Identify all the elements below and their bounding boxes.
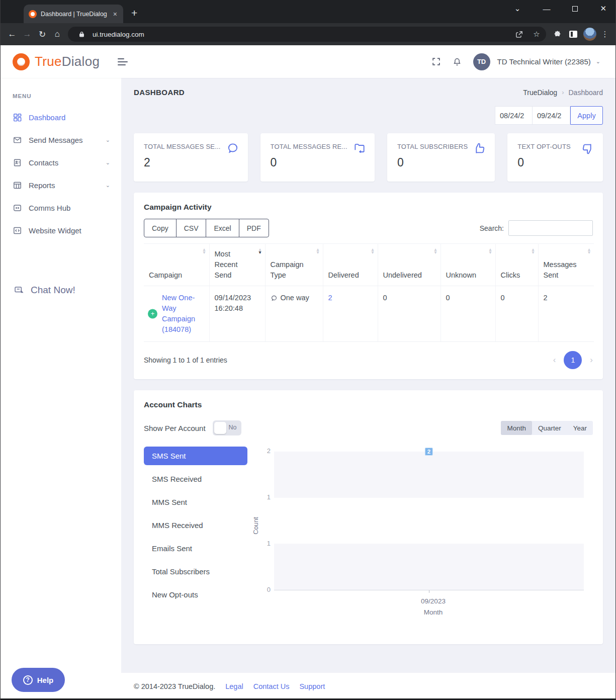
logo-text-dialog: Dialog <box>62 54 100 69</box>
sidebar-item-label: Send Messages <box>29 136 83 144</box>
column-header-clicks[interactable]: Clicks▴▾ <box>495 244 538 286</box>
column-header-undelivered[interactable]: Undelivered▴▾ <box>378 244 441 286</box>
truedialog-logo[interactable]: TrueDialog <box>13 53 100 70</box>
extensions-puzzle-icon[interactable] <box>549 30 565 39</box>
notifications-bell-icon[interactable] <box>452 57 462 67</box>
date-from-input[interactable] <box>495 106 533 125</box>
sidebar-item-dashboard[interactable]: Dashboard <box>1 106 121 129</box>
user-name[interactable]: TD Technical Writer (22385) <box>497 57 591 66</box>
column-header-most-recent-send[interactable]: Most Recent Send▴▾ <box>209 244 265 286</box>
contact-us-link[interactable]: Contact Us <box>253 682 290 690</box>
home-icon[interactable]: ⌂ <box>50 29 65 39</box>
series-button-mms-received[interactable]: MMS Received <box>144 516 247 535</box>
x-tick-mark <box>429 590 429 593</box>
tab-year[interactable]: Year <box>567 421 593 435</box>
sidebar-item-reports[interactable]: Reports ⌄ <box>1 174 121 197</box>
share-icon[interactable] <box>512 30 525 39</box>
browser-profile-avatar[interactable] <box>583 28 596 41</box>
help-button[interactable]: ? Help <box>12 668 65 692</box>
back-icon[interactable]: ← <box>5 29 20 39</box>
pagination-prev-icon[interactable]: ‹ <box>553 355 556 365</box>
data-point-label[interactable]: 2 <box>425 448 433 456</box>
search-input[interactable] <box>508 220 593 236</box>
contacts-card-icon <box>13 158 22 167</box>
show-per-account-label: Show Per Account <box>144 424 206 432</box>
breadcrumb-root[interactable]: TrueDialog <box>523 89 557 97</box>
fullscreen-icon[interactable] <box>431 57 441 66</box>
account-charts-panel: Account Charts Show Per Account No Month… <box>134 390 603 644</box>
column-header-messages-sent[interactable]: Messages Sent▴▾ <box>538 244 594 286</box>
window-minimize-button[interactable]: — <box>543 5 550 13</box>
browser-tab[interactable]: Dashboard | TrueDialog × <box>24 5 123 23</box>
pdf-button[interactable]: PDF <box>239 219 269 237</box>
window-maximize-button[interactable] <box>572 6 578 12</box>
chat-bubble-icon <box>14 285 24 296</box>
main-content: DASHBOARD TrueDialog › Dashboard Apply T… <box>121 78 615 700</box>
delivered-count-link[interactable]: 2 <box>328 294 332 302</box>
window-menu-chevron-icon[interactable]: ⌄ <box>514 4 521 13</box>
sidebar-item-website-widget[interactable]: Website Widget <box>1 219 121 242</box>
breadcrumb-current: Dashboard <box>569 89 603 97</box>
expand-row-plus-icon[interactable]: + <box>148 309 157 319</box>
sidebar-item-label: Dashboard <box>29 113 65 122</box>
csv-button[interactable]: CSV <box>176 219 207 237</box>
show-per-account-toggle[interactable]: No <box>213 420 241 435</box>
forward-icon[interactable]: → <box>20 29 35 39</box>
campaign-link[interactable]: New One-Way Campaign (184078) <box>162 293 200 335</box>
stat-card-total-messages-sent: TOTAL MESSAGES SE... 2 <box>134 133 248 182</box>
user-avatar[interactable]: TD <box>473 53 490 70</box>
url-text[interactable]: ui.truedialog.com <box>93 31 508 38</box>
sort-icon: ▴▾ <box>316 248 319 254</box>
stat-value: 0 <box>397 156 485 169</box>
cell-campaign: + New One-Way Campaign (184078) <box>144 286 209 342</box>
series-button-sms-received[interactable]: SMS Received <box>144 470 247 488</box>
copy-button[interactable]: Copy <box>144 219 177 237</box>
cell-undelivered: 0 <box>378 286 441 342</box>
date-to-input[interactable] <box>533 106 570 125</box>
series-button-emails-sent[interactable]: Emails Sent <box>144 539 247 558</box>
tab-month[interactable]: Month <box>501 421 532 435</box>
sidebar-item-contacts[interactable]: Contacts ⌄ <box>1 151 121 174</box>
dashboard-grid-icon <box>13 113 22 122</box>
column-header-campaign-type[interactable]: Campaign Type▴▾ <box>265 244 323 286</box>
series-button-mms-sent[interactable]: MMS Sent <box>144 493 247 511</box>
user-menu-chevron-icon[interactable]: ⌄ <box>596 58 600 65</box>
address-bar[interactable]: ui.truedialog.com ☆ <box>68 27 546 42</box>
chat-now-button[interactable]: Chat Now! <box>14 285 121 296</box>
series-button-sms-sent[interactable]: SMS Sent <box>144 447 247 465</box>
pagination-next-icon[interactable]: › <box>590 355 593 365</box>
sidebar-item-label: Website Widget <box>29 226 81 235</box>
series-button-total-subscribers[interactable]: Total Subscribers <box>144 562 247 581</box>
cell-clicks: 0 <box>495 286 538 342</box>
bookmark-star-icon[interactable]: ☆ <box>530 30 543 39</box>
stat-value: 0 <box>271 156 365 169</box>
browser-menu-kebab-icon[interactable]: ⋮ <box>598 30 611 39</box>
tab-quarter[interactable]: Quarter <box>532 421 567 435</box>
apply-button[interactable]: Apply <box>570 106 603 125</box>
stat-label: TOTAL SUBSCRIBERS <box>397 143 485 150</box>
window-close-button[interactable]: ✕ <box>600 4 606 13</box>
column-header-campaign[interactable]: Campaign▴▾ <box>144 244 209 286</box>
column-header-delivered[interactable]: Delivered▴▾ <box>323 244 378 286</box>
cell-delivered: 2 <box>323 286 378 342</box>
sidebar-toggle-hamburger-icon[interactable] <box>118 58 128 65</box>
column-header-unknown[interactable]: Unknown▴▾ <box>441 244 495 286</box>
export-button-group: Copy CSV Excel PDF <box>144 219 269 237</box>
stat-value: 0 <box>517 156 593 169</box>
chevron-down-icon: ⌄ <box>106 137 110 143</box>
pagination-page-1[interactable]: 1 <box>564 351 582 369</box>
plot-band <box>274 452 584 498</box>
tab-close-icon[interactable]: × <box>112 10 118 18</box>
new-tab-button[interactable]: + <box>131 7 137 19</box>
legal-link[interactable]: Legal <box>225 682 243 690</box>
side-panel-icon[interactable] <box>565 31 581 38</box>
x-tick-label: 09/2023 <box>421 597 446 605</box>
sidebar-item-send-messages[interactable]: Send Messages ⌄ <box>1 129 121 151</box>
excel-button[interactable]: Excel <box>206 219 239 237</box>
support-link[interactable]: Support <box>299 682 325 690</box>
sidebar-item-comms-hub[interactable]: Comms Hub <box>1 197 121 219</box>
y-tick-label: 1 <box>257 540 271 547</box>
stat-card-total-messages-received: TOTAL MESSAGES RE... 0 <box>260 133 375 182</box>
series-button-new-opt-outs[interactable]: New Opt-outs <box>144 585 247 604</box>
reload-icon[interactable]: ↻ <box>35 29 50 40</box>
